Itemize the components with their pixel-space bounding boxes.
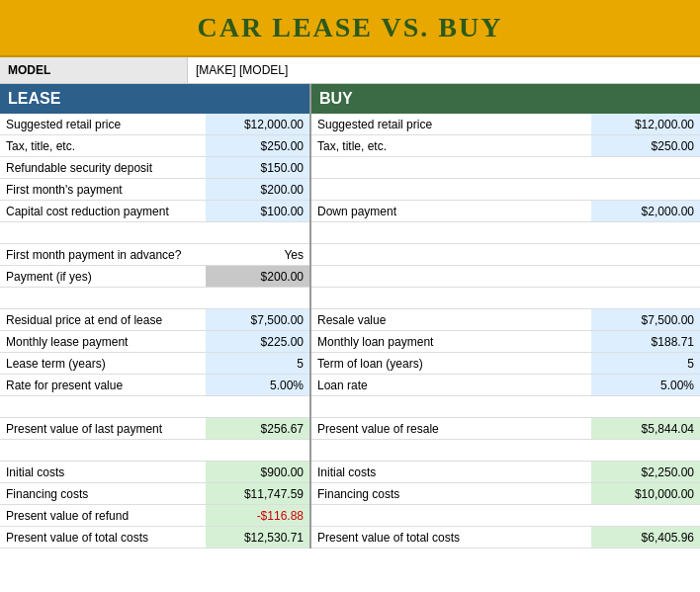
row-value[interactable]: Yes — [206, 244, 309, 265]
row-label: Down payment — [311, 201, 591, 221]
row-value: $5,844.04 — [591, 418, 700, 439]
row-value — [591, 396, 700, 417]
row-label — [311, 179, 591, 200]
row-label: Present value of total costs — [0, 527, 206, 548]
table-row: Capital cost reduction payment $100.00 — [0, 201, 309, 222]
table-row: Monthly lease payment $225.00 — [0, 331, 309, 353]
spacer-row — [0, 396, 309, 418]
row-value: $6,405.96 — [591, 527, 700, 548]
row-value — [591, 288, 700, 308]
row-value — [206, 222, 309, 243]
row-label: Residual price at end of lease — [0, 309, 206, 330]
row-value — [591, 179, 700, 200]
row-label: Financing costs — [311, 483, 591, 504]
row-label: Rate for present value — [0, 375, 206, 395]
row-label: Monthly loan payment — [311, 331, 591, 352]
main-columns: LEASE Suggested retail price $12,000.00 … — [0, 84, 700, 549]
table-row: Payment (if yes) $200.00 — [0, 266, 309, 288]
model-value[interactable]: [MAKE] [MODEL] — [188, 57, 700, 83]
row-label: Lease term (years) — [0, 353, 206, 374]
spacer-row — [0, 288, 309, 309]
table-row: Present value of refund -$116.88 — [0, 505, 309, 527]
row-label: Present value of last payment — [0, 418, 206, 439]
spacer-row — [0, 222, 309, 244]
row-label: Present value of refund — [0, 505, 206, 526]
spacer-row — [311, 505, 700, 527]
buy-column: BUY Suggested retail price $12,000.00 Ta… — [311, 84, 700, 549]
table-row: Present value of total costs $12,530.71 — [0, 527, 309, 549]
row-label — [311, 222, 591, 243]
row-label: Suggested retail price — [0, 114, 206, 134]
table-row: Rate for present value 5.00% — [0, 375, 309, 396]
table-row: Residual price at end of lease $7,500.00 — [0, 309, 309, 331]
row-label: Initial costs — [0, 462, 206, 482]
table-row: Present value of last payment $256.67 — [0, 418, 309, 440]
row-value[interactable]: 5.00% — [206, 375, 309, 395]
row-label: Financing costs — [0, 483, 206, 504]
table-row: Term of loan (years) 5 — [311, 353, 700, 375]
row-value: $11,747.59 — [206, 483, 309, 504]
table-row: Financing costs $11,747.59 — [0, 483, 309, 505]
row-value[interactable]: $2,000.00 — [591, 201, 700, 221]
row-label: Monthly lease payment — [0, 331, 206, 352]
table-row: Refundable security deposit $150.00 — [0, 157, 309, 179]
row-label — [311, 157, 591, 178]
row-value — [591, 222, 700, 243]
row-label: Resale value — [311, 309, 591, 330]
table-row: Present value of resale $5,844.04 — [311, 418, 700, 440]
row-value[interactable]: 5 — [206, 353, 309, 374]
table-row: Monthly loan payment $188.71 — [311, 331, 700, 353]
row-value[interactable]: $7,500.00 — [591, 309, 700, 330]
row-label: Loan rate — [311, 375, 591, 395]
app-title: CAR LEASE VS. BUY — [0, 0, 700, 57]
row-value — [206, 288, 309, 308]
row-label: Present value of total costs — [311, 527, 591, 548]
row-label — [0, 222, 206, 243]
row-label — [311, 396, 591, 417]
row-label: Present value of resale — [311, 418, 591, 439]
model-row: MODEL [MAKE] [MODEL] — [0, 57, 700, 84]
row-value[interactable]: $7,500.00 — [206, 309, 309, 330]
row-value — [591, 244, 700, 265]
row-label: Refundable security deposit — [0, 157, 206, 178]
row-label — [311, 440, 591, 461]
table-row: Initial costs $900.00 — [0, 462, 309, 483]
row-value[interactable]: $225.00 — [206, 331, 309, 352]
table-row: Resale value $7,500.00 — [311, 309, 700, 331]
row-label: Tax, title, etc. — [311, 135, 591, 156]
table-row: Initial costs $2,250.00 — [311, 462, 700, 483]
row-label: First month payment in advance? — [0, 244, 206, 265]
row-value — [206, 396, 309, 417]
spacer-row — [311, 244, 700, 266]
row-value[interactable]: 5.00% — [591, 375, 700, 395]
row-value: $2,250.00 — [591, 462, 700, 482]
row-value[interactable]: $150.00 — [206, 157, 309, 178]
table-row: First month payment in advance? Yes — [0, 244, 309, 266]
row-value[interactable]: $200.00 — [206, 266, 309, 287]
row-value[interactable]: $200.00 — [206, 179, 309, 200]
row-value: $10,000.00 — [591, 483, 700, 504]
row-value: $256.67 — [206, 418, 309, 439]
row-label: Capital cost reduction payment — [0, 201, 206, 221]
table-row: Present value of total costs $6,405.96 — [311, 527, 700, 549]
table-row: Loan rate 5.00% — [311, 375, 700, 396]
row-value[interactable]: 5 — [591, 353, 700, 374]
spacer-row — [0, 440, 309, 462]
row-label — [0, 396, 206, 417]
lease-header: LEASE — [0, 84, 309, 114]
row-value[interactable]: $250.00 — [591, 135, 700, 156]
row-value[interactable]: $188.71 — [591, 331, 700, 352]
row-label — [311, 244, 591, 265]
spacer-row — [311, 222, 700, 244]
row-value[interactable]: $12,000.00 — [206, 114, 309, 134]
row-value[interactable]: $250.00 — [206, 135, 309, 156]
row-label: Payment (if yes) — [0, 266, 206, 287]
title-bar: CAR LEASE VS. BUY — [0, 0, 700, 57]
row-value — [206, 440, 309, 461]
row-label: Term of loan (years) — [311, 353, 591, 374]
row-label: First month's payment — [0, 179, 206, 200]
row-value[interactable]: $100.00 — [206, 201, 309, 221]
row-value[interactable]: $12,000.00 — [591, 114, 700, 134]
row-label: Initial costs — [311, 462, 591, 482]
buy-header: BUY — [311, 84, 700, 114]
